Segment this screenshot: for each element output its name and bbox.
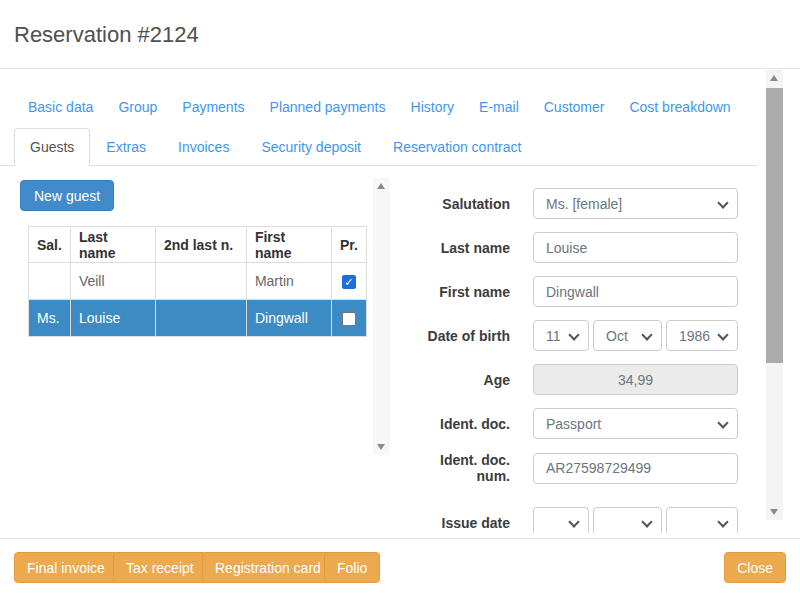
tab-guests[interactable]: Guests [14,128,90,166]
cell-2nd-last-name [155,300,246,337]
chevron-down-icon [717,516,728,527]
nav-link-cost-breakdown[interactable]: Cost breakdown [629,99,730,115]
scroll-down-icon[interactable] [373,439,390,455]
first-name-input[interactable] [533,276,738,307]
chevron-down-icon [641,516,652,527]
date-of-birth-label: Date of birth [410,328,510,344]
age-row: Age [410,364,740,395]
nav-link-customer[interactable]: Customer [544,99,605,115]
issue-date-label: Issue date [410,507,510,531]
birth-day-select[interactable]: 11 [533,320,589,351]
nav-link-basic-data[interactable]: Basic data [28,99,93,115]
dialog-scrollbar[interactable] [766,70,783,520]
scroll-down-icon[interactable] [766,504,783,520]
age-label: Age [410,372,510,388]
col-header-first-name: First name [246,227,331,263]
cell-first-name: Dingwall [246,300,331,337]
close-button[interactable]: Close [724,552,786,583]
chevron-down-icon [717,417,728,428]
scroll-up-icon[interactable] [766,70,783,86]
cell-sal: Ms. [29,300,71,337]
header-divider [0,68,800,69]
birth-year-select[interactable]: 1986 [666,320,738,351]
cell-last-name: Louise [70,300,155,337]
tab-security-deposit[interactable]: Security deposit [245,128,377,166]
col-header-last-name: Last name [70,227,155,263]
ident-doc-num-input[interactable] [533,453,738,484]
chevron-down-icon [717,329,728,340]
guest-table: Sal. Last name 2nd last n. First name Pr… [28,226,367,337]
tab-extras[interactable]: Extras [90,128,162,166]
nav-link-email[interactable]: E-mail [479,99,519,115]
salutation-value: Ms. [female] [546,196,622,212]
last-name-input[interactable] [533,232,738,263]
birth-year-value: 1986 [679,328,710,344]
cell-last-name: Veill [70,263,155,300]
tax-receipt-button[interactable]: Tax receipt [113,552,207,583]
date-of-birth-row: Date of birth 11 Oct 1986 [410,320,740,351]
nav-link-payments[interactable]: Payments [182,99,244,115]
chevron-down-icon [568,516,579,527]
first-name-row: First name [410,276,740,307]
cell-2nd-last-name [155,263,246,300]
page-title: Reservation #2124 [14,22,199,48]
issue-day-select[interactable] [533,507,589,533]
ident-doc-num-row: Ident. doc. num. [410,452,740,484]
guest-table-header-row: Sal. Last name 2nd last n. First name Pr… [29,227,367,263]
nav-link-history[interactable]: History [411,99,455,115]
ident-doc-select[interactable]: Passport [533,408,738,439]
ident-doc-value: Passport [546,416,601,432]
nav-link-group[interactable]: Group [118,99,157,115]
chevron-down-icon [641,329,652,340]
issue-year-select[interactable] [666,507,738,533]
reservation-nav: Basic data Group Payments Planned paymen… [28,99,731,115]
folio-button[interactable]: Folio [324,552,380,583]
birth-month-select[interactable]: Oct [593,320,662,351]
guest-tabs: Guests Extras Invoices Security deposit … [0,128,757,166]
nav-link-planned-payments[interactable]: Planned payments [270,99,386,115]
ident-doc-row: Ident. doc. Passport [410,408,740,439]
guest-detail-form: Salutation Ms. [female] Last name First … [410,188,740,533]
cell-sal [29,263,71,300]
last-name-row: Last name [410,232,740,263]
col-header-pr: Pr. [331,227,366,263]
first-name-label: First name [410,284,510,300]
age-field-disabled [533,364,738,395]
guest-row-louise-selected[interactable]: Ms. Louise Dingwall [29,300,367,337]
salutation-label: Salutation [410,196,510,212]
guest-row-veill[interactable]: Veill Martin ✓ [29,263,367,300]
primary-checkbox-unchecked[interactable] [342,312,356,326]
reservation-dialog: Reservation #2124 Basic data Group Payme… [0,0,800,593]
primary-checkbox-checked[interactable]: ✓ [342,275,356,289]
salutation-row: Salutation Ms. [female] [410,188,740,219]
tab-invoices[interactable]: Invoices [162,128,245,166]
registration-card-button[interactable]: Registration card [202,552,334,583]
chevron-down-icon [717,197,728,208]
footer-divider [0,538,800,539]
scrollbar-thumb[interactable] [766,88,783,363]
col-header-sal: Sal. [29,227,71,263]
issue-date-row: Issue date [410,507,740,533]
ident-doc-num-label: Ident. doc. num. [410,452,510,484]
birth-day-value: 11 [546,328,561,344]
ident-doc-label: Ident. doc. [410,416,510,432]
scroll-up-icon[interactable] [373,178,390,194]
chevron-down-icon [568,329,579,340]
tab-reservation-contract[interactable]: Reservation contract [377,128,537,166]
salutation-select[interactable]: Ms. [female] [533,188,738,219]
issue-month-select[interactable] [593,507,662,533]
birth-month-value: Oct [606,328,628,344]
new-guest-button[interactable]: New guest [20,180,114,211]
col-header-2nd-last-name: 2nd last n. [155,227,246,263]
cell-first-name: Martin [246,263,331,300]
final-invoice-button[interactable]: Final invoice [14,552,118,583]
last-name-label: Last name [410,240,510,256]
guest-list-scrollbar[interactable] [373,178,390,455]
